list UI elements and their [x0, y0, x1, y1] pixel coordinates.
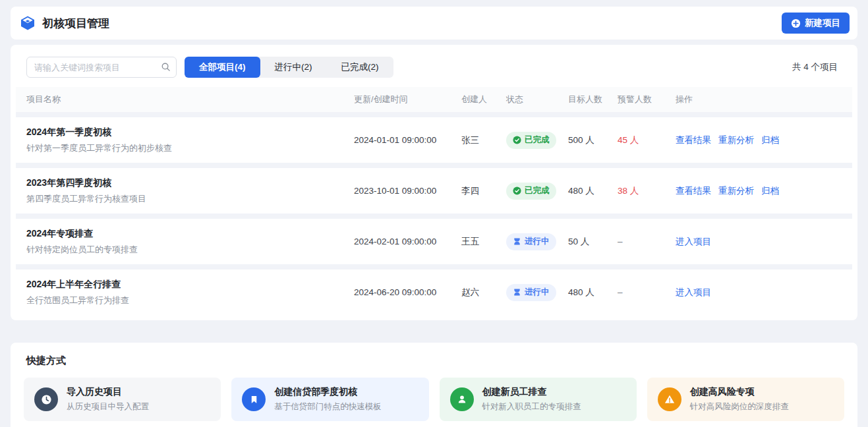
- shortcut-card-item[interactable]: 创建新员工排查 针对新入职员工的专项排查: [440, 378, 637, 421]
- table-row: 2024年专项排查 针对特定岗位员工的专项排查 2024-02-01 09:00…: [16, 219, 852, 264]
- warning-icon: [658, 387, 681, 411]
- shortcut-description: 从历史项目中导入配置: [67, 401, 149, 413]
- shortcut-title: 创建高风险专项: [690, 386, 789, 398]
- row-action-link[interactable]: 归档: [761, 134, 779, 146]
- project-name-cell: 2024年第一季度初核 针对第一季度员工异常行为的初步核查: [26, 127, 354, 154]
- warning-count: 45 人: [618, 134, 676, 146]
- shortcut-card-item[interactable]: 创建高风险专项 针对高风险岗位的深度排查: [647, 378, 844, 421]
- target-count: 480 人: [568, 185, 618, 197]
- row-action-link[interactable]: 查看结果: [676, 134, 711, 146]
- hourglass-icon: [513, 288, 521, 297]
- col-name: 项目名称: [26, 94, 354, 105]
- project-name-cell: 2024年上半年全行排查 全行范围员工异常行为排查: [26, 279, 354, 306]
- project-creator: 王五: [461, 236, 506, 248]
- project-time: 2023-10-01 09:00:00: [354, 186, 461, 196]
- shortcuts-title: 快捷方式: [24, 355, 844, 367]
- shortcut-card-item[interactable]: 创建信贷部季度初核 基于信贷部门特点的快速模板: [231, 378, 428, 421]
- project-time: 2024-02-01 09:00:00: [354, 237, 461, 246]
- project-description: 针对特定岗位员工的专项排查: [26, 244, 354, 256]
- bookmark-icon: [242, 387, 266, 411]
- page-title: 初核项目管理: [42, 16, 109, 31]
- col-actions: 操作: [676, 94, 842, 105]
- row-action-link[interactable]: 归档: [761, 185, 779, 197]
- plus-circle-icon: [791, 18, 801, 28]
- project-name-cell: 2023年第四季度初核 第四季度员工异常行为核查项目: [26, 177, 354, 205]
- row-action-link[interactable]: 进入项目: [676, 236, 711, 248]
- status-label: 进行中: [525, 236, 550, 247]
- project-name-cell: 2024年专项排查 针对特定岗位员工的专项排查: [26, 228, 354, 256]
- cube-icon: [20, 15, 36, 31]
- status-label: 已完成: [525, 185, 550, 196]
- status-label: 已完成: [525, 134, 550, 146]
- user-icon: [450, 387, 474, 411]
- status-cell: 已完成: [506, 183, 568, 200]
- table-row: 2024年上半年全行排查 全行范围员工异常行为排查 2024-06-20 09:…: [16, 270, 852, 315]
- shortcut-title: 创建新员工排查: [482, 386, 581, 398]
- shortcuts-grid: 导入历史项目 从历史项目中导入配置 创建信贷部季度初核 基于信贷部门特点的快速模…: [24, 378, 844, 421]
- project-time: 2024-01-01 09:00:00: [354, 135, 461, 145]
- new-project-label: 新建项目: [805, 17, 840, 29]
- col-time: 更新/创建时间: [354, 94, 461, 105]
- total-count: 共 4 个项目: [792, 61, 842, 73]
- project-table: 项目名称 更新/创建时间 创建人 状态 目标人数 预警人数 操作 2024年第一…: [16, 87, 852, 315]
- filter-tabs: 全部项目(4)进行中(2)已完成(2): [185, 57, 393, 78]
- status-badge: 进行中: [506, 233, 556, 250]
- status-cell: 进行中: [506, 284, 568, 301]
- project-name: 2024年上半年全行排查: [26, 279, 354, 291]
- table-header-row: 项目名称 更新/创建时间 创建人 状态 目标人数 预警人数 操作: [16, 87, 852, 112]
- row-action-link[interactable]: 进入项目: [676, 287, 711, 299]
- project-description: 全行范围员工异常行为排查: [26, 295, 354, 306]
- project-time: 2024-06-20 09:00:00: [354, 287, 461, 297]
- new-project-button[interactable]: 新建项目: [782, 13, 850, 34]
- project-creator: 赵六: [461, 287, 506, 299]
- warning-count: –: [618, 237, 676, 246]
- status-badge: 已完成: [506, 132, 556, 149]
- check-circle-icon: [513, 136, 521, 144]
- search-box: [26, 57, 177, 78]
- status-cell: 进行中: [506, 233, 568, 250]
- toolbar: 全部项目(4)进行中(2)已完成(2) 共 4 个项目: [16, 50, 852, 87]
- row-action-link[interactable]: 重新分析: [718, 185, 754, 197]
- project-description: 针对第一季度员工异常行为的初步核查: [26, 142, 354, 154]
- col-creator: 创建人: [461, 94, 506, 105]
- shortcut-title: 导入历史项目: [67, 386, 149, 398]
- shortcut-description: 基于信贷部门特点的快速模板: [274, 401, 382, 413]
- shortcut-description: 针对高风险岗位的深度排查: [690, 401, 789, 413]
- row-action-link[interactable]: 查看结果: [676, 185, 711, 197]
- target-count: 480 人: [568, 287, 618, 299]
- target-count: 50 人: [568, 236, 618, 248]
- col-warning: 预警人数: [618, 94, 676, 105]
- row-action-link[interactable]: 重新分析: [718, 134, 754, 146]
- status-label: 进行中: [525, 287, 550, 298]
- search-input[interactable]: [26, 57, 177, 78]
- warning-count: –: [618, 287, 676, 297]
- project-list-card: 全部项目(4)进行中(2)已完成(2) 共 4 个项目 项目名称 更新/创建时间…: [11, 45, 857, 320]
- tab-0[interactable]: 全部项目(4): [185, 57, 260, 78]
- target-count: 500 人: [568, 134, 618, 146]
- search-icon[interactable]: [161, 62, 171, 72]
- table-row: 2024年第一季度初核 针对第一季度员工异常行为的初步核查 2024-01-01…: [16, 117, 852, 163]
- page-header: 初核项目管理 新建项目: [11, 7, 857, 40]
- warning-count: 38 人: [618, 185, 676, 197]
- tab-1[interactable]: 进行中(2): [260, 57, 327, 78]
- clock-icon: [34, 387, 58, 411]
- project-name: 2024年第一季度初核: [26, 127, 354, 138]
- tab-2[interactable]: 已完成(2): [327, 57, 393, 78]
- row-actions: 进入项目: [676, 287, 842, 299]
- row-actions: 进入项目: [676, 236, 842, 248]
- project-name: 2024年专项排查: [26, 228, 354, 240]
- status-cell: 已完成: [506, 132, 568, 149]
- shortcut-card-item[interactable]: 导入历史项目 从历史项目中导入配置: [24, 378, 221, 421]
- shortcut-description: 针对新入职员工的专项排查: [482, 401, 581, 413]
- hourglass-icon: [513, 237, 521, 246]
- project-name: 2023年第四季度初核: [26, 177, 354, 189]
- table-row: 2023年第四季度初核 第四季度员工异常行为核查项目 2023-10-01 09…: [16, 168, 852, 214]
- row-actions: 查看结果重新分析归档: [676, 134, 842, 146]
- project-creator: 张三: [461, 134, 506, 146]
- shortcuts-section: 快捷方式 导入历史项目 从历史项目中导入配置 创建信贷部季度初核 基于信贷部门特…: [11, 343, 857, 427]
- col-status: 状态: [506, 94, 568, 105]
- project-description: 第四季度员工异常行为核查项目: [26, 193, 354, 205]
- row-actions: 查看结果重新分析归档: [676, 185, 842, 197]
- project-creator: 李四: [461, 185, 506, 197]
- status-badge: 已完成: [506, 183, 556, 200]
